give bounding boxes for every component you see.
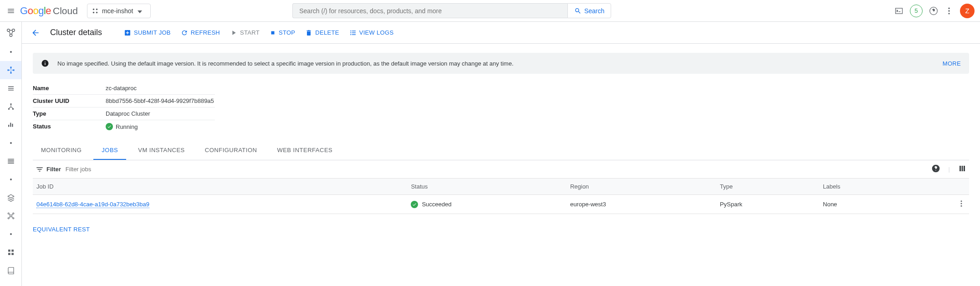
row-more-icon[interactable]: [954, 195, 969, 214]
status-running: Running: [106, 123, 138, 130]
rail-autoscaling-icon[interactable]: [0, 116, 21, 134]
th-region: Region: [567, 179, 716, 195]
view-logs-button[interactable]: VIEW LOGS: [349, 29, 394, 36]
help-icon[interactable]: [929, 6, 938, 15]
stop-button[interactable]: STOP: [270, 29, 295, 36]
banner-more-link[interactable]: MORE: [943, 60, 961, 67]
svg-rect-27: [271, 31, 274, 34]
cluster-details-table: Name zc-dataproc Cluster UUID 8bbd7556-5…: [33, 82, 969, 133]
svg-point-3: [96, 11, 98, 13]
tab-vm-instances[interactable]: VM INSTANCES: [130, 141, 193, 160]
svg-point-6: [948, 10, 949, 11]
svg-rect-12: [7, 70, 9, 71]
rail-divider-2: [0, 134, 21, 152]
rail-batches-icon[interactable]: [0, 152, 21, 170]
th-type: Type: [716, 179, 819, 195]
page-title: Cluster details: [50, 28, 102, 37]
svg-point-5: [948, 7, 949, 9]
rail-components-icon[interactable]: [0, 243, 21, 261]
detail-type-value: Dataproc Cluster: [106, 110, 150, 117]
submit-job-button[interactable]: SUBMIT JOB: [124, 29, 171, 36]
detail-uuid-value: 8bbd7556-5bbf-428f-94d4-9929f7b889a5: [106, 97, 214, 104]
columns-icon[interactable]: [958, 164, 966, 174]
delete-button[interactable]: DELETE: [305, 29, 339, 36]
svg-point-9: [12, 29, 15, 32]
svg-point-10: [10, 34, 12, 37]
th-status: Status: [407, 179, 567, 195]
table-row: 04e614b8-62d8-4cae-a19d-0a732beb3ba9 Suc…: [33, 195, 969, 214]
rail-metastore-icon[interactable]: [0, 189, 21, 207]
dataproc-product-icon[interactable]: [0, 23, 21, 43]
help-circle-icon[interactable]: [931, 164, 940, 174]
trial-credits-badge[interactable]: 5: [910, 5, 923, 17]
tab-web-interfaces[interactable]: WEB INTERFACES: [269, 141, 341, 160]
refresh-button[interactable]: REFRESH: [181, 29, 220, 36]
svg-point-22: [12, 218, 14, 219]
th-job-id: Job ID: [33, 179, 407, 195]
rail-jobs-icon[interactable]: [0, 79, 21, 97]
svg-point-0: [93, 8, 95, 10]
rail-notebooks-icon[interactable]: [0, 261, 21, 280]
rail-divider: [0, 43, 21, 61]
svg-point-1: [96, 8, 98, 10]
svg-rect-25: [8, 253, 10, 255]
equivalent-rest-link[interactable]: EQUIVALENT REST: [33, 226, 969, 233]
job-id-link[interactable]: 04e614b8-62d8-4cae-a19d-0a732beb3ba9: [36, 201, 149, 208]
info-icon: [41, 59, 49, 67]
svg-rect-11: [10, 67, 11, 68]
filter-label: Filter: [36, 165, 61, 174]
filter-input[interactable]: [66, 166, 927, 173]
search-button[interactable]: Search: [567, 3, 611, 18]
back-arrow-icon[interactable]: [31, 28, 40, 37]
tab-monitoring[interactable]: MONITORING: [33, 141, 90, 160]
svg-point-2: [93, 11, 95, 13]
tabs: MONITORING JOBS VM INSTANCES CONFIGURATI…: [33, 141, 969, 160]
detail-uuid-label: Cluster UUID: [33, 97, 106, 104]
detail-type-label: Type: [33, 110, 106, 117]
plus-box-icon: [124, 29, 131, 36]
svg-rect-13: [13, 70, 14, 71]
hamburger-menu-icon[interactable]: [5, 5, 16, 16]
tab-configuration[interactable]: CONFIGURATION: [197, 141, 265, 160]
svg-point-7: [948, 13, 949, 14]
svg-point-35: [961, 205, 962, 207]
stop-icon: [270, 30, 276, 36]
rail-federation-icon[interactable]: [0, 207, 21, 225]
project-name: mce-inshot: [102, 7, 133, 15]
cloud-shell-icon[interactable]: [894, 6, 903, 15]
list-icon: [349, 29, 357, 36]
filter-bar: Filter |: [33, 160, 969, 179]
svg-rect-23: [8, 250, 10, 252]
more-vert-icon[interactable]: [944, 6, 954, 15]
svg-rect-30: [960, 166, 961, 171]
chevron-down-icon: [138, 7, 146, 15]
svg-point-19: [8, 213, 9, 214]
rail-divider-3: [0, 170, 21, 189]
refresh-icon: [181, 29, 188, 36]
tab-jobs[interactable]: JOBS: [93, 141, 126, 160]
job-status: Succeeded: [411, 201, 563, 208]
svg-rect-15: [10, 103, 11, 105]
svg-rect-17: [12, 108, 14, 110]
detail-name-label: Name: [33, 85, 106, 92]
svg-rect-16: [8, 108, 10, 110]
svg-rect-31: [962, 166, 963, 171]
start-button[interactable]: START: [230, 29, 260, 36]
project-picker[interactable]: mce-inshot: [87, 4, 151, 18]
svg-rect-24: [11, 250, 14, 252]
google-cloud-logo[interactable]: Google Cloud: [20, 5, 78, 17]
search-input[interactable]: [292, 3, 567, 18]
delete-icon: [305, 29, 312, 36]
rail-divider-4: [0, 225, 21, 243]
rail-workflows-icon[interactable]: [0, 97, 21, 116]
jobs-table: Job ID Status Region Type Labels 04e614b…: [33, 179, 969, 214]
rail-clusters-icon[interactable]: [0, 61, 21, 79]
svg-rect-32: [964, 166, 965, 171]
svg-rect-26: [11, 253, 14, 255]
play-icon: [230, 29, 237, 36]
user-avatar[interactable]: Z: [960, 4, 975, 18]
top-header: Google Cloud mce-inshot Search 5 Z: [0, 0, 980, 22]
svg-rect-14: [10, 72, 11, 74]
job-labels: None: [819, 195, 954, 214]
check-circle-icon: [106, 123, 113, 130]
